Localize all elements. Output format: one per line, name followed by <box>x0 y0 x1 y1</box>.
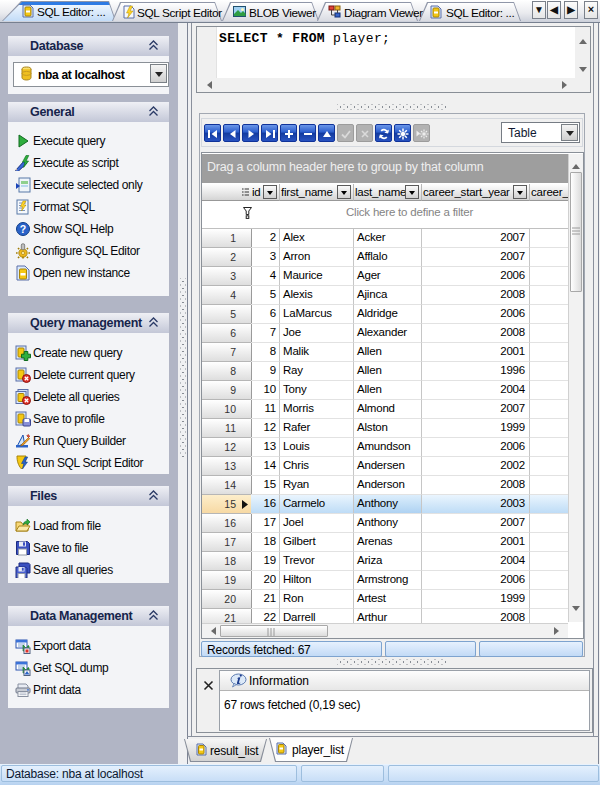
svg-text:?: ? <box>20 223 26 235</box>
